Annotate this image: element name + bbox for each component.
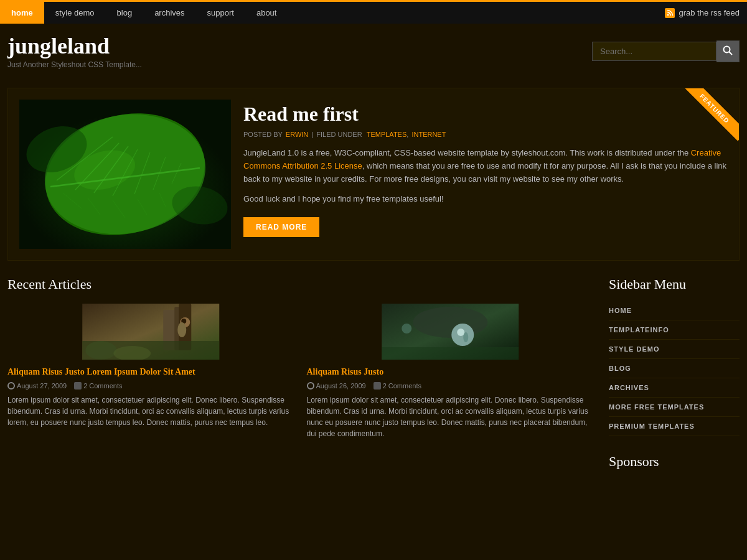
featured-meta: POSTED BY ERWIN | FILED UNDER TEMPLATES,… (243, 131, 728, 138)
search-form (592, 40, 740, 62)
rss-link[interactable]: grab the rss feed (679, 8, 740, 17)
featured-image (19, 100, 231, 249)
featured-post: FEATURED (7, 88, 740, 261)
featured-author[interactable]: ERWIN (286, 131, 308, 138)
site-name: jungleland (7, 33, 142, 59)
article-meta-2: August 26, 2009 2 Comments (307, 382, 594, 390)
sidebar-item-archives[interactable]: ARCHIVES (609, 378, 740, 397)
article-thumb-1 (7, 304, 294, 360)
nav-archives[interactable]: archives (143, 2, 195, 24)
article-thumb-bird (7, 304, 294, 360)
search-button[interactable] (716, 40, 740, 62)
sidebar-menu-title: Sidebar Menu (609, 276, 740, 292)
article-card-1: Aliquam Risus Justo Lorem Ipsum Dolor Si… (7, 304, 294, 439)
sidebar-item-templateinfo[interactable]: TEMPLATEINFO (609, 320, 740, 339)
svg-line-2 (729, 52, 732, 55)
nav-home[interactable]: home (0, 2, 44, 24)
article-meta-1: August 27, 2009 2 Comments (7, 382, 294, 390)
article-title-1[interactable]: Aliquam Risus Justo Lorem Ipsum Dolor Si… (7, 366, 294, 378)
article-card-2: Aliquam Risus Justo August 26, 2009 2 Co… (307, 304, 594, 439)
clock-icon-2 (307, 382, 314, 390)
sidebar-item-home[interactable]: HOME (609, 301, 740, 320)
featured-content: Read me first POSTED BY ERWIN | FILED UN… (243, 100, 728, 249)
search-input[interactable] (592, 42, 716, 61)
svg-point-35 (457, 329, 464, 336)
leaf-illustration (19, 100, 231, 249)
logo: jungleland Just Another Styleshout CSS T… (7, 33, 142, 69)
article-body-1: Lorem ipsum dolor sit amet, consectetuer… (7, 394, 294, 428)
svg-rect-37 (382, 347, 519, 360)
sidebar-menu: HOME TEMPLATEINFO STYLE DEMO BLOG ARCHIV… (609, 301, 740, 436)
sidebar-item-more-free[interactable]: MORE FREE TEMPLATES (609, 398, 740, 416)
site-tagline: Just Another Styleshout CSS Template... (7, 60, 142, 69)
recent-articles-title: Recent Articles (7, 276, 593, 292)
nav-about[interactable]: about (245, 2, 288, 24)
svg-point-33 (413, 307, 487, 338)
articles-grid: Aliquam Risus Justo Lorem Ipsum Dolor Si… (7, 304, 593, 439)
clock-icon-1 (7, 382, 15, 390)
featured-body2: Good luck and I hope you find my free te… (243, 193, 728, 206)
featured-badge: FEATURED (677, 88, 739, 151)
sidebar-item-premium[interactable]: PREMIUM TEMPLATES (609, 417, 740, 436)
rss-icon (665, 8, 675, 18)
nav-style-demo[interactable]: style demo (44, 2, 106, 24)
nav-blog[interactable]: blog (106, 2, 144, 24)
featured-title: Read me first (243, 103, 728, 126)
article-title-2[interactable]: Aliquam Risus Justo (307, 366, 594, 378)
sidebar: Sidebar Menu HOME TEMPLATEINFO STYLE DEM… (609, 276, 740, 470)
search-icon (723, 45, 733, 55)
comment-icon-2 (374, 382, 381, 390)
comment-icon-1 (74, 382, 82, 390)
sidebar-item-blog[interactable]: BLOG (609, 359, 740, 378)
read-more-button[interactable]: READ MORE (243, 217, 319, 237)
svg-point-38 (402, 324, 411, 334)
article-thumb-drop (307, 304, 594, 360)
svg-point-28 (177, 322, 186, 337)
article-thumb-2 (307, 304, 594, 360)
nav-support[interactable]: support (196, 2, 245, 24)
article-body-2: Lorem ipsum dolor sit amet, consectetuer… (307, 394, 594, 439)
svg-point-36 (463, 332, 468, 342)
svg-point-30 (85, 341, 116, 360)
main-content: Recent Articles (7, 276, 593, 470)
featured-cat-templates[interactable]: TEMPLATES (367, 131, 407, 138)
featured-body: JungleLand 1.0 is a free, W3C-compliant,… (243, 147, 728, 185)
featured-cat-internet[interactable]: INTERNET (411, 131, 446, 138)
svg-point-0 (667, 14, 669, 16)
sponsors-title: Sponsors (609, 454, 740, 470)
sidebar-item-style-demo[interactable]: STYLE DEMO (609, 340, 740, 358)
